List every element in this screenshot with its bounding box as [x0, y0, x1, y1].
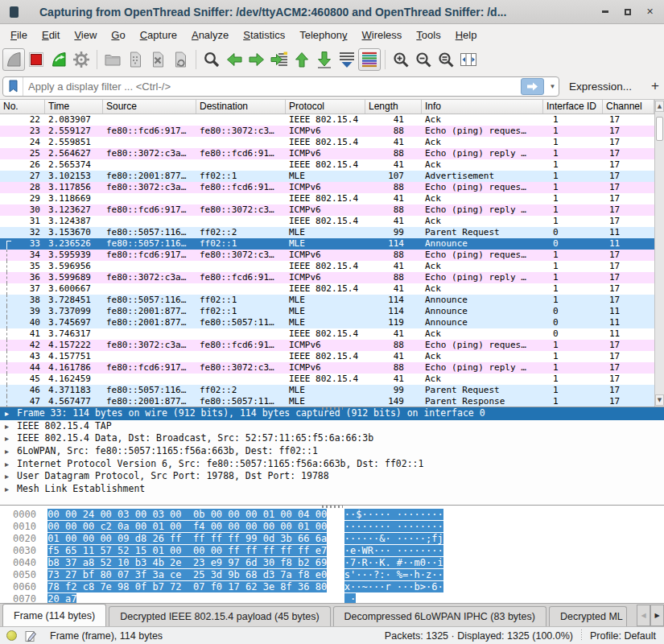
hex-bytes[interactable]: 01 00 00 00 09 d8 26 ff ff ff ff 99 0d 3… [47, 533, 327, 544]
packet-row[interactable]: 313.124387IEEE 802.15.441Ack117 [0, 216, 654, 227]
add-filter-button[interactable]: + [651, 78, 659, 94]
packet-row[interactable]: 303.123627fe80::fcd6:917…fe80::3072:c3…I… [0, 204, 654, 216]
column-header-info[interactable]: Info [422, 100, 543, 114]
expand-triangle-icon[interactable]: ▸ [5, 420, 17, 433]
scroll-up-button[interactable]: ▲ [655, 101, 664, 112]
pane-splitter-handle[interactable] [322, 506, 343, 508]
zoom-out-button[interactable] [412, 48, 435, 71]
display-filter-field[interactable]: ▼ [2, 76, 559, 97]
hex-ascii[interactable]: ·7·R··K. #··m0··i [344, 557, 443, 568]
tab-decrypted-payload[interactable]: Decrypted IEEE 802.15.4 payload (45 byte… [109, 606, 330, 626]
packet-row[interactable]: 474.567477fe80::2001:877…fe80::5057:11…M… [0, 396, 654, 407]
maximize-button[interactable] [623, 7, 632, 16]
expand-triangle-icon[interactable]: ▸ [5, 470, 17, 483]
menu-edit[interactable]: Edit [35, 26, 67, 44]
packet-row[interactable]: 424.157222fe80::3072:c3a…fe80::fcd6:91…I… [0, 340, 654, 351]
tab-decrypted-mle[interactable]: Decrypted ML [549, 606, 627, 626]
auto-scroll-button[interactable] [336, 48, 358, 71]
packet-row[interactable]: 383.728451fe80::5057:116…ff02::1MLE114An… [0, 295, 654, 306]
filter-apply-button[interactable] [521, 78, 544, 95]
menu-help[interactable]: Help [448, 26, 485, 44]
tab-frame[interactable]: Frame (114 bytes) [2, 604, 106, 626]
menu-statistics[interactable]: Statistics [236, 26, 292, 44]
pane-splitter-handle[interactable] [322, 407, 343, 410]
hex-ascii[interactable]: ·e·WR··· ········ [344, 545, 443, 556]
previous-packet-button[interactable] [223, 48, 245, 71]
menu-tools[interactable]: Tools [409, 26, 447, 44]
detail-line[interactable]: ▸Internet Protocol Version 6, Src: fe80:… [0, 458, 664, 471]
menu-view[interactable]: View [67, 26, 104, 44]
packet-row[interactable]: 434.157751IEEE 802.15.441Ack117 [0, 351, 654, 362]
hex-row[interactable]: 0030 f5 65 11 57 52 15 01 00 00 00 ff ff… [0, 545, 664, 557]
column-header-destination[interactable]: Destination [196, 100, 286, 114]
packet-row[interactable]: 273.102153fe80::2001:877…ff02::1MLE107Ad… [0, 171, 654, 182]
hex-row[interactable]: 0020 01 00 00 00 09 d8 26 ff ff ff ff 99… [0, 533, 664, 545]
packet-row[interactable]: 323.153670fe80::5057:116…ff02::2MLE99Par… [0, 227, 654, 238]
packet-row[interactable]: 262.565374IEEE 802.15.441Ack117 [0, 159, 654, 171]
packet-row[interactable]: 403.745697fe80::2001:877…fe80::5057:11…M… [0, 317, 654, 328]
packet-row[interactable]: 232.559127fe80::fcd6:917…fe80::3072:c3…I… [0, 126, 654, 137]
expand-triangle-icon[interactable]: ▸ [5, 432, 17, 445]
hex-bytes[interactable]: 20 a7 [47, 593, 76, 603]
zoom-reset-button[interactable] [435, 48, 457, 71]
next-packet-button[interactable] [245, 48, 268, 71]
detail-line[interactable]: ▸Mesh Link Establishment [0, 483, 664, 496]
colorize-button[interactable] [358, 48, 381, 71]
close-button[interactable]: ✕ [645, 7, 654, 16]
filter-history-dropdown[interactable]: ▼ [546, 83, 559, 90]
menu-capture[interactable]: Capture [133, 26, 184, 44]
column-header-no[interactable]: No. [0, 100, 45, 114]
packet-row[interactable]: 353.596956IEEE 802.15.441Ack117 [0, 261, 654, 272]
menu-file[interactable]: File [3, 26, 35, 44]
expand-triangle-icon[interactable]: ▸ [5, 483, 17, 496]
hex-bytes[interactable]: b8 37 a8 52 10 b3 4b 2e 23 e9 97 6d 30 f… [47, 557, 327, 568]
hex-ascii[interactable]: s'···?:· %=·h·z·· [344, 569, 443, 580]
packet-row[interactable]: 444.161786fe80::fcd6:917…fe80::3072:c3…I… [0, 362, 654, 374]
hex-row[interactable]: 0060 78 f2 c8 7e 98 0f b7 72 07 f0 17 62… [0, 581, 664, 593]
packet-list-scrollbar[interactable]: ▲ ▼ [654, 100, 664, 407]
packet-row[interactable]: 454.162459IEEE 802.15.441Ack117 [0, 374, 654, 385]
hex-bytes[interactable]: 00 00 00 c2 0a 00 01 00 f4 00 00 00 00 0… [47, 521, 327, 532]
hex-ascii[interactable]: ··$····· ········ [344, 509, 443, 520]
hex-bytes[interactable]: 78 f2 c8 7e 98 0f b7 72 07 f0 17 62 3e 8… [47, 581, 327, 592]
expert-info-icon[interactable] [6, 630, 17, 641]
minimize-button[interactable] [600, 7, 609, 16]
hex-bytes[interactable]: f5 65 11 57 52 15 01 00 00 00 ff ff ff f… [47, 545, 327, 556]
menu-go[interactable]: Go [104, 26, 132, 44]
packet-row[interactable]: 363.599689fe80::3072:c3a…fe80::fcd6:91…I… [0, 272, 654, 283]
hex-bytes[interactable]: 73 27 bf 80 07 3f 3a ce 25 3d 9b 68 d3 7… [47, 569, 327, 580]
hex-row[interactable]: 0070 20 a7 · [0, 593, 664, 603]
hex-ascii[interactable]: x··~···r ···b>·6· [344, 581, 443, 592]
restart-capture-button[interactable] [47, 48, 70, 71]
hex-row[interactable]: 0050 73 27 bf 80 07 3f 3a ce 25 3d 9b 68… [0, 569, 664, 581]
menu-telephony[interactable]: Telephony [292, 26, 354, 44]
packet-row[interactable]: 283.117856fe80::3072:c3a…fe80::fcd6:91…I… [0, 182, 654, 193]
go-to-packet-button[interactable] [268, 48, 291, 71]
capture-options-button[interactable] [70, 48, 93, 71]
detail-line[interactable]: ▸IEEE 802.15.4 Data, Dst: Broadcast, Src… [0, 432, 664, 445]
column-header-protocol[interactable]: Protocol [286, 100, 365, 114]
tab-decompressed-iphc[interactable]: Decompressed 6LoWPAN IPHC (83 bytes) [333, 606, 546, 626]
column-header-source[interactable]: Source [103, 100, 196, 114]
hex-row[interactable]: 0000 00 00 24 00 03 00 03 00 0b 00 00 00… [0, 509, 664, 521]
stop-capture-button[interactable] [25, 48, 47, 71]
packet-row[interactable]: 252.564627fe80::3072:c3a…fe80::fcd6:91…I… [0, 148, 654, 159]
column-header-channel[interactable]: Channel [603, 100, 654, 114]
scroll-down-button[interactable]: ▼ [655, 394, 664, 406]
expand-triangle-icon[interactable]: ▸ [5, 445, 17, 458]
filter-bookmark-icon[interactable] [3, 77, 23, 96]
hex-row[interactable]: 0040 b8 37 a8 52 10 b3 4b 2e 23 e9 97 6d… [0, 557, 664, 569]
packet-row[interactable]: 333.236526fe80::5057:116…ff02::1MLE114An… [0, 238, 654, 250]
packet-row[interactable]: 393.737099fe80::2001:877…ff02::1MLE114An… [0, 306, 654, 317]
tab-scroll-right-button[interactable]: ▶ [650, 605, 664, 626]
packet-row[interactable]: 222.083907IEEE 802.15.441Ack117 [0, 114, 654, 126]
column-header-time[interactable]: Time [45, 100, 103, 114]
detail-line[interactable]: ▸User Datagram Protocol, Src Port: 19788… [0, 470, 664, 483]
packet-row[interactable]: 293.118669IEEE 802.15.441Ack117 [0, 193, 654, 204]
packet-row[interactable]: 373.600667IEEE 802.15.441Ack117 [0, 283, 654, 295]
first-packet-button[interactable] [291, 48, 313, 71]
menu-analyze[interactable]: Analyze [184, 26, 236, 44]
scroll-thumb[interactable] [656, 117, 663, 141]
packet-row[interactable]: 464.371183fe80::5057:116…ff02::2MLE99Par… [0, 385, 654, 396]
expression-button[interactable]: Expression... [569, 80, 632, 93]
